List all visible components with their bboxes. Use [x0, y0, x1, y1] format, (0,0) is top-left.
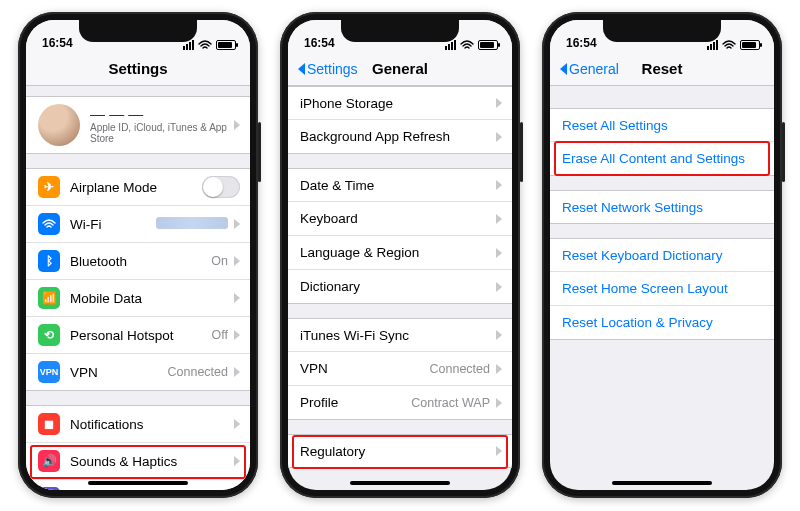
row-wifi[interactable]: Wi-Fi	[26, 206, 250, 243]
chevron-right-icon	[234, 219, 240, 229]
label: Wi-Fi	[70, 217, 156, 232]
status-time: 16:54	[304, 36, 335, 50]
row-vpn[interactable]: VPN Connected	[288, 352, 512, 386]
row-reset-network-settings[interactable]: Reset Network Settings	[550, 190, 774, 224]
battery-icon	[478, 40, 498, 50]
label: iTunes Wi-Fi Sync	[300, 328, 496, 343]
row-vpn[interactable]: VPN VPN Connected	[26, 354, 250, 391]
reset-list[interactable]: Reset All Settings Erase All Content and…	[550, 86, 774, 340]
dnd-icon: ☾	[38, 487, 60, 490]
battery-icon	[216, 40, 236, 50]
row-date-time[interactable]: Date & Time	[288, 168, 512, 202]
row-reset-home-screen-layout[interactable]: Reset Home Screen Layout	[550, 272, 774, 306]
label: Regulatory	[300, 444, 496, 459]
row-sounds[interactable]: 🔊 Sounds & Haptics	[26, 443, 250, 480]
profile-name: — — —	[90, 106, 234, 123]
phone-general: 16:54 Settings General iPhone Storage	[280, 12, 520, 498]
chevron-right-icon	[496, 446, 502, 456]
label: Background App Refresh	[300, 129, 496, 144]
label: Mobile Data	[70, 291, 234, 306]
general-list[interactable]: iPhone Storage Background App Refresh Da…	[288, 86, 512, 490]
label: Notifications	[70, 417, 234, 432]
wifi-icon	[722, 40, 736, 50]
label: Sounds & Haptics	[70, 454, 234, 469]
home-indicator[interactable]	[350, 481, 450, 485]
navbar: Settings General	[288, 52, 512, 86]
row-personal-hotspot[interactable]: ⟲ Personal Hotspot Off	[26, 317, 250, 354]
page-title: General	[372, 60, 428, 77]
label: Dictionary	[300, 279, 496, 294]
cellular-icon: 📶	[38, 287, 60, 309]
chevron-right-icon	[234, 456, 240, 466]
row-profile[interactable]: Profile Contract WAP	[288, 386, 512, 420]
notifications-icon: ◼	[38, 413, 60, 435]
home-indicator[interactable]	[88, 481, 188, 485]
chevron-right-icon	[234, 293, 240, 303]
row-reset-keyboard-dictionary[interactable]: Reset Keyboard Dictionary	[550, 238, 774, 272]
row-mobile-data[interactable]: 📶 Mobile Data	[26, 280, 250, 317]
row-apple-id[interactable]: — — — Apple ID, iCloud, iTunes & App Sto…	[26, 96, 250, 154]
row-language-region[interactable]: Language & Region	[288, 236, 512, 270]
chevron-right-icon	[496, 98, 502, 108]
value: Off	[212, 328, 228, 342]
chevron-left-icon	[560, 63, 567, 75]
row-erase-all-content[interactable]: Erase All Content and Settings	[550, 142, 774, 176]
wifi-icon	[38, 213, 60, 235]
notch	[603, 20, 721, 42]
label: VPN	[70, 365, 168, 380]
row-regulatory[interactable]: Regulatory	[288, 434, 512, 468]
label: Reset All Settings	[562, 118, 764, 133]
row-notifications[interactable]: ◼ Notifications	[26, 405, 250, 443]
notch	[341, 20, 459, 42]
label: Date & Time	[300, 178, 496, 193]
row-reset-all-settings[interactable]: Reset All Settings	[550, 108, 774, 142]
back-button[interactable]: General	[556, 52, 623, 85]
battery-icon	[740, 40, 760, 50]
label: Language & Region	[300, 245, 496, 260]
navbar: Settings	[26, 52, 250, 86]
label: Erase All Content and Settings	[562, 151, 764, 166]
label: Keyboard	[300, 211, 496, 226]
row-background-app-refresh[interactable]: Background App Refresh	[288, 120, 512, 154]
notch	[79, 20, 197, 42]
avatar	[38, 104, 80, 146]
status-time: 16:54	[42, 36, 73, 50]
chevron-left-icon	[298, 63, 305, 75]
vpn-icon: VPN	[38, 361, 60, 383]
settings-list[interactable]: — — — Apple ID, iCloud, iTunes & App Sto…	[26, 86, 250, 490]
airplane-toggle[interactable]	[202, 176, 240, 198]
sounds-icon: 🔊	[38, 450, 60, 472]
back-button[interactable]: Settings	[294, 52, 362, 85]
row-bluetooth[interactable]: ᛒ Bluetooth On	[26, 243, 250, 280]
label: Reset Location & Privacy	[562, 315, 764, 330]
label: iPhone Storage	[300, 96, 496, 111]
phone-reset: 16:54 General Reset Reset All Settings	[542, 12, 782, 498]
status-time: 16:54	[566, 36, 597, 50]
page-title: Settings	[108, 60, 167, 77]
row-reset-location-privacy[interactable]: Reset Location & Privacy	[550, 306, 774, 340]
row-keyboard[interactable]: Keyboard	[288, 202, 512, 236]
label: Reset Keyboard Dictionary	[562, 248, 764, 263]
label: Reset Home Screen Layout	[562, 281, 764, 296]
hotspot-icon: ⟲	[38, 324, 60, 346]
label: Airplane Mode	[70, 180, 202, 195]
label: VPN	[300, 361, 430, 376]
value: Contract WAP	[411, 396, 490, 410]
bluetooth-icon: ᛒ	[38, 250, 60, 272]
label: Profile	[300, 395, 411, 410]
chevron-right-icon	[496, 398, 502, 408]
row-iphone-storage[interactable]: iPhone Storage	[288, 86, 512, 120]
phone-settings: 16:54 Settings — — — Apple ID, iCloud,	[18, 12, 258, 498]
row-airplane-mode[interactable]: ✈ Airplane Mode	[26, 168, 250, 206]
back-label: General	[569, 61, 619, 77]
navbar: General Reset	[550, 52, 774, 86]
row-itunes-wifi-sync[interactable]: iTunes Wi-Fi Sync	[288, 318, 512, 352]
screen: 16:54 Settings General iPhone Storage	[288, 20, 512, 490]
chevron-right-icon	[496, 248, 502, 258]
page-title: Reset	[642, 60, 683, 77]
home-indicator[interactable]	[612, 481, 712, 485]
wifi-icon	[460, 40, 474, 50]
row-dictionary[interactable]: Dictionary	[288, 270, 512, 304]
chevron-right-icon	[496, 282, 502, 292]
value: Connected	[430, 362, 490, 376]
